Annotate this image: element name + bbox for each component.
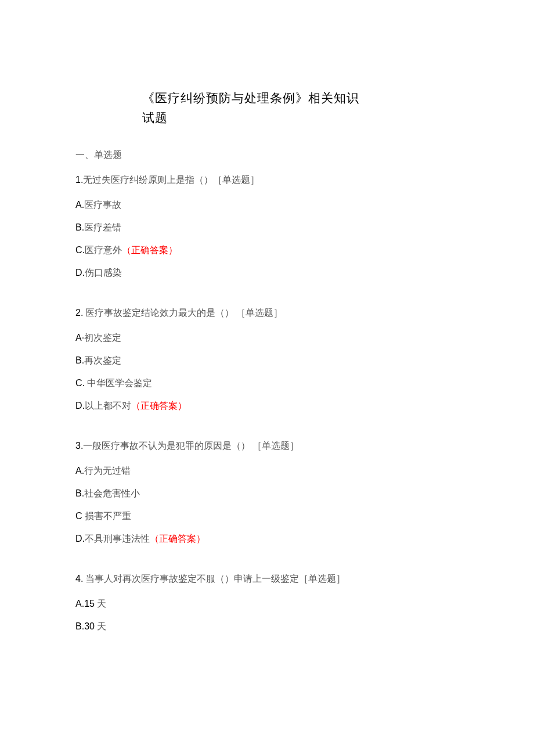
option-d: D.以上都不对（正确答案） <box>75 400 459 412</box>
document-title: 《医疗纠纷预防与处理条例》相关知识 试题 <box>75 90 459 126</box>
title-line-2: 试题 <box>142 110 459 126</box>
option-c: C.医疗意外（正确答案） <box>75 244 459 257</box>
option-d: D.伤口感染 <box>75 267 459 279</box>
option-a: A.医疗事故 <box>75 199 459 211</box>
question-3: 3.一般医疗事故不认为是犯罪的原因是（） ［单选题］ A.行为无过错 B.社会危… <box>75 440 459 545</box>
question-4: 4. 当事人对再次医疗事故鉴定不服（）申请上一级鉴定［单选题］ A.15 天 B… <box>75 573 459 633</box>
option-c: C 损害不严重 <box>75 510 459 523</box>
option-b: B.社会危害性小 <box>75 488 459 500</box>
question-number: 1. <box>75 175 83 185</box>
correct-answer-label: （正确答案） <box>150 534 205 543</box>
question-1-stem: 1.无过失医疗纠纷原则上是指（）［单选题］ <box>75 174 459 186</box>
question-2-stem: 2. 医疗事故鉴定结论效力最大的是（） ［单选题］ <box>75 307 459 319</box>
option-a: A.行为无过错 <box>75 465 459 477</box>
question-3-stem: 3.一般医疗事故不认为是犯罪的原因是（） ［单选题］ <box>75 440 459 452</box>
question-1: 1.无过失医疗纠纷原则上是指（）［单选题］ A.医疗事故 B.医疗差错 C.医疗… <box>75 174 459 279</box>
option-d: D.不具刑事违法性（正确答案） <box>75 533 459 545</box>
question-2: 2. 医疗事故鉴定结论效力最大的是（） ［单选题］ A·初次鉴定 B.再次鉴定 … <box>75 307 459 412</box>
question-number: 2. <box>75 308 83 318</box>
option-b: B.医疗差错 <box>75 222 459 234</box>
correct-answer-label: （正确答案） <box>131 401 187 411</box>
title-line-1: 《医疗纠纷预防与处理条例》相关知识 <box>142 90 459 106</box>
option-b: B.30 天 <box>75 621 459 633</box>
option-c: C. 中华医学会鉴定 <box>75 377 459 390</box>
question-number: 4. <box>75 574 83 584</box>
question-4-stem: 4. 当事人对再次医疗事故鉴定不服（）申请上一级鉴定［单选题］ <box>75 573 459 585</box>
option-a: A.15 天 <box>75 598 459 610</box>
section-header: 一、单选题 <box>75 149 459 161</box>
option-b: B.再次鉴定 <box>75 355 459 367</box>
question-number: 3. <box>75 441 83 451</box>
option-a: A·初次鉴定 <box>75 332 459 344</box>
correct-answer-label: （正确答案） <box>122 245 178 255</box>
